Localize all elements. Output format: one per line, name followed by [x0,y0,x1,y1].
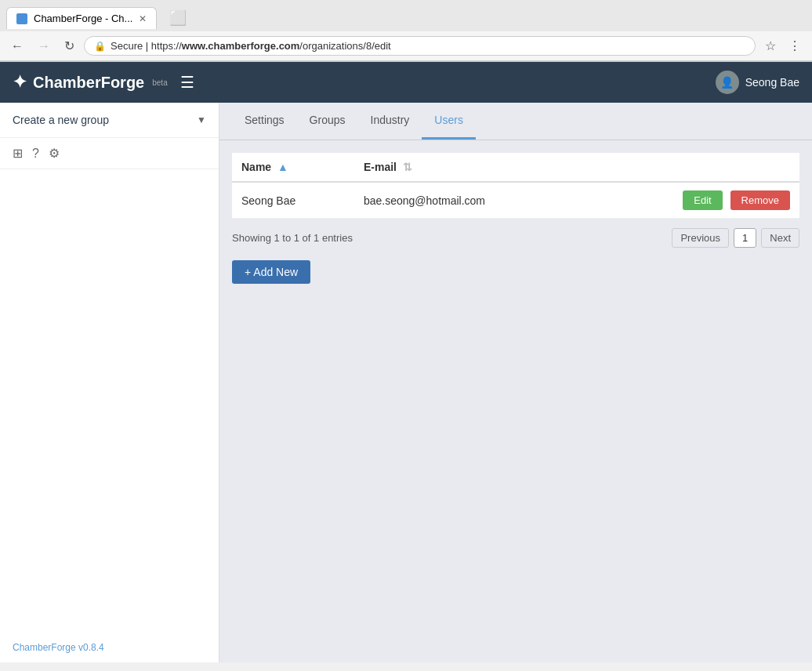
tab-groups[interactable]: Groups [297,103,358,140]
menu-button[interactable]: ⋮ [784,37,806,55]
app-container: ✦ ChamberForge beta ☰ 👤 Seong Bae Create… [0,62,812,662]
address-bar[interactable]: 🔒 Secure | https://www.chamberforge.com/… [84,36,756,56]
user-email-cell: bae.seong@hotmail.com [364,194,485,207]
sidebar-version: ChamberForge v0.8.4 [13,642,104,653]
create-new-group[interactable]: Create a new group ▼ [0,103,219,138]
table-header: Name ▲ E-mail ⇅ [232,153,799,182]
pagination: Previous 1 Next [672,228,799,248]
forward-button[interactable]: → [33,38,55,55]
chevron-down-icon: ▼ [197,114,206,125]
edit-button[interactable]: Edit [683,190,722,210]
back-button[interactable]: ← [6,38,28,55]
remove-button[interactable]: Remove [730,190,790,210]
browser-chrome: ChamberForge - Ch... ✕ ⬜ ← → ↻ 🔒 Secure … [0,0,812,62]
sidebar-list-icon[interactable]: ⊞ [13,146,23,161]
logo-icon: ✦ [13,72,27,92]
content-area: Settings Groups Industry Users Name ▲ E-… [219,103,812,662]
next-page-button[interactable]: Next [761,228,799,248]
table-header-row: Name ▲ E-mail ⇅ [232,153,799,182]
cell-email: bae.seong@hotmail.com [354,182,589,219]
column-email[interactable]: E-mail ⇅ [354,153,589,182]
hamburger-menu[interactable]: ☰ [180,73,194,92]
sidebar-icons: ⊞ ? ⚙ [0,138,219,169]
column-actions [589,153,799,182]
tab-favicon [16,13,27,24]
browser-tab[interactable]: ChamberForge - Ch... ✕ [6,7,157,29]
user-name: Seong Bae [745,76,799,89]
logo-text: ChamberForge [33,74,144,92]
browser-titlebar: ChamberForge - Ch... ✕ ⬜ [0,0,812,31]
column-name[interactable]: Name ▲ [232,153,354,182]
main-layout: Create a new group ▼ ⊞ ? ⚙ ChamberForge … [0,103,812,662]
sidebar-settings-icon[interactable]: ⚙ [49,146,60,161]
sidebar-footer: ChamberForge v0.8.4 [0,631,219,662]
secure-icon: 🔒 [94,41,106,52]
sort-asc-icon: ▲ [277,161,288,173]
add-new-button[interactable]: + Add New [232,260,310,284]
tab-users[interactable]: Users [422,103,476,140]
table-container: Name ▲ E-mail ⇅ Seong Bae [219,140,812,296]
previous-page-button[interactable]: Previous [672,228,729,248]
address-text: Secure | https://www.chamberforge.com/or… [111,40,391,52]
bookmark-button[interactable]: ☆ [760,37,781,55]
user-avatar: 👤 [716,71,739,94]
logo: ✦ ChamberForge beta [13,72,168,92]
current-page: 1 [734,228,756,248]
sort-neutral-icon: ⇅ [403,161,412,173]
new-tab-button[interactable]: ⬜ [161,5,194,31]
beta-badge: beta [152,78,167,87]
table-footer: Showing 1 to 1 of 1 entries Previous 1 N… [232,219,799,260]
avatar-icon: 👤 [720,76,734,89]
sidebar-help-icon[interactable]: ? [32,146,39,161]
entries-info: Showing 1 to 1 of 1 entries [232,232,353,244]
tab-title: ChamberForge - Ch... [34,13,132,24]
browser-toolbar: ← → ↻ 🔒 Secure | https://www.chamberforg… [0,31,812,61]
table-body: Seong Bae bae.seong@hotmail.com Edit Rem… [232,182,799,219]
create-group-label: Create a new group [13,114,109,126]
user-menu[interactable]: 👤 Seong Bae [716,71,799,94]
users-table: Name ▲ E-mail ⇅ Seong Bae [232,153,799,219]
tabs: Settings Groups Industry Users [219,103,812,140]
user-name-cell: Seong Bae [241,194,295,207]
tab-settings[interactable]: Settings [232,103,297,140]
tab-close-icon[interactable]: ✕ [139,13,147,24]
sidebar: Create a new group ▼ ⊞ ? ⚙ ChamberForge … [0,103,219,662]
tab-industry[interactable]: Industry [358,103,422,140]
reload-button[interactable]: ↻ [60,37,79,55]
table-row: Seong Bae bae.seong@hotmail.com Edit Rem… [232,182,799,219]
cell-name: Seong Bae [232,182,354,219]
top-nav: ✦ ChamberForge beta ☰ 👤 Seong Bae [0,62,812,103]
browser-actions: ☆ ⋮ [760,37,806,55]
cell-actions: Edit Remove [589,182,799,219]
